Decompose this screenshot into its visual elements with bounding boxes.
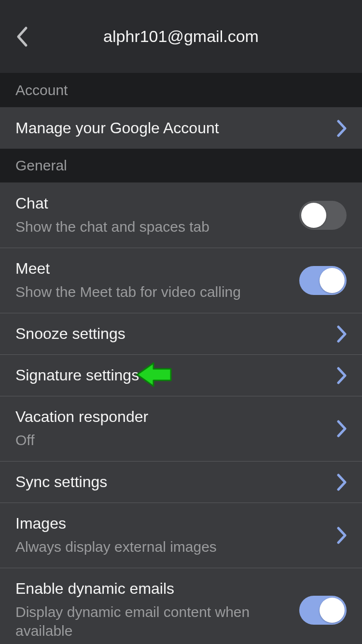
page-title: alphr101@gmail.com bbox=[0, 27, 362, 46]
row-subtitle: Show the Meet tab for video calling bbox=[15, 282, 290, 301]
chevron-right-icon bbox=[337, 367, 347, 384]
row-title: Manage your Google Account bbox=[15, 119, 327, 137]
row-enable-dynamic-emails[interactable]: Enable dynamic emails Display dynamic em… bbox=[0, 568, 362, 644]
header-bar: alphr101@gmail.com bbox=[0, 0, 362, 73]
row-title: Vacation responder bbox=[15, 408, 327, 426]
toggle-chat[interactable] bbox=[299, 201, 347, 230]
section-header-general: General bbox=[0, 149, 362, 183]
row-title: Images bbox=[15, 515, 327, 532]
row-vacation-responder[interactable]: Vacation responder Off bbox=[0, 396, 362, 462]
row-signature-settings[interactable]: Signature settings bbox=[0, 355, 362, 396]
row-title: Sync settings bbox=[15, 473, 327, 491]
section-body-general: Chat Show the chat and spaces tab Meet S… bbox=[0, 183, 362, 644]
row-title: Enable dynamic emails bbox=[15, 580, 290, 598]
toggle-meet[interactable] bbox=[299, 266, 347, 295]
row-chat[interactable]: Chat Show the chat and spaces tab bbox=[0, 183, 362, 248]
chevron-right-icon bbox=[337, 325, 347, 343]
row-subtitle: Show the chat and spaces tab bbox=[15, 217, 290, 236]
row-title: Signature settings bbox=[15, 366, 327, 384]
back-button[interactable] bbox=[13, 22, 32, 51]
row-manage-google-account[interactable]: Manage your Google Account bbox=[0, 108, 362, 149]
row-subtitle: Always display external images bbox=[15, 537, 327, 556]
row-title: Meet bbox=[15, 260, 290, 278]
settings-scroll[interactable]: Account Manage your Google Account Gener… bbox=[0, 73, 362, 644]
row-title: Chat bbox=[15, 195, 290, 212]
row-title: Snooze settings bbox=[15, 325, 327, 343]
row-subtitle: Off bbox=[15, 431, 327, 449]
chevron-right-icon bbox=[337, 420, 347, 437]
section-header-account: Account bbox=[0, 73, 362, 108]
chevron-right-icon bbox=[337, 474, 347, 491]
toggle-dynamic-emails[interactable] bbox=[299, 596, 347, 625]
row-meet[interactable]: Meet Show the Meet tab for video calling bbox=[0, 248, 362, 313]
row-images[interactable]: Images Always display external images bbox=[0, 503, 362, 568]
section-body-account: Manage your Google Account bbox=[0, 108, 362, 149]
chevron-right-icon bbox=[337, 120, 347, 137]
row-sync-settings[interactable]: Sync settings bbox=[0, 462, 362, 503]
row-snooze-settings[interactable]: Snooze settings bbox=[0, 313, 362, 355]
row-subtitle: Display dynamic email content when avail… bbox=[15, 602, 290, 640]
chevron-right-icon bbox=[337, 527, 347, 544]
